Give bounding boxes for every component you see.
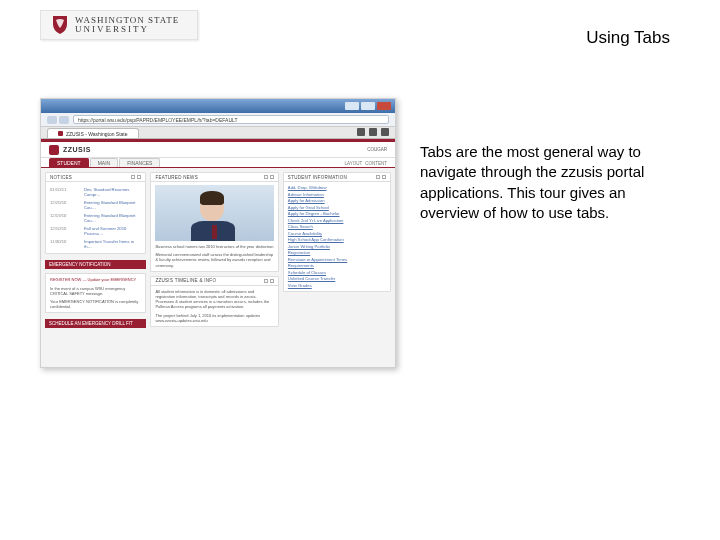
notice-row[interactable]: 12/20/10Entering Standard Blueprint Cou… — [50, 198, 141, 211]
link-item[interactable]: Check 2nd Yr Live Application — [288, 218, 386, 223]
emergency-footer: SCHEDULE AN EMERGENCY DRILL FIT — [45, 319, 146, 328]
favorites-icon[interactable] — [369, 128, 377, 136]
nav-tab-main[interactable]: MAIN — [90, 158, 119, 167]
browser-toolbar: https://portal.wsu.edu/psp/PAPRD/EMPLOYE… — [41, 113, 395, 127]
window-titlebar — [41, 99, 395, 113]
link-item[interactable]: Apply for Degree - Bachelor — [288, 211, 386, 216]
browser-tab-strip: ZZUSIS - Washington State — [41, 127, 395, 139]
timeline-title: ZZUSIS TIMELINE & INFO — [155, 278, 216, 283]
nav-tab-finances[interactable]: FINANCES — [119, 158, 160, 167]
news-panel: FEATURED NEWS Business school names two … — [150, 172, 278, 272]
panel-close-icon[interactable] — [270, 175, 274, 179]
news-photo — [155, 185, 273, 241]
address-bar[interactable]: https://portal.wsu.edu/psp/PAPRD/EMPLOYE… — [73, 115, 389, 124]
panel-min-icon[interactable] — [264, 279, 268, 283]
slide-description: Tabs are the most general way to navigat… — [420, 98, 670, 223]
notice-row[interactable]: 11/30/10Important Transfer Items in th… — [50, 237, 141, 250]
favicon-icon — [58, 131, 63, 136]
shield-icon — [51, 15, 69, 35]
browser-tab[interactable]: ZZUSIS - Washington State — [47, 128, 139, 138]
content-link[interactable]: CONTENT — [365, 161, 387, 166]
link-item[interactable]: Requirements — [288, 263, 386, 268]
university-name: WASHINGTON STATE UNIVERSITY — [75, 16, 179, 34]
link-item[interactable]: View Grades — [288, 283, 386, 288]
brand-shield-icon — [49, 145, 59, 155]
timeline-panel: ZZUSIS TIMELINE & INFO All student infor… — [150, 276, 278, 327]
link-item[interactable]: Advisor Information — [288, 192, 386, 197]
close-icon[interactable] — [377, 102, 391, 110]
emergency-heading: EMERGENCY NOTIFICATION — [45, 260, 146, 269]
link-item[interactable]: Unlinked Course Transfer — [288, 276, 386, 281]
link-item[interactable]: Add, Drop, Withdraw — [288, 185, 386, 190]
portal-header: ZZUSIS COUGAR — [41, 142, 395, 158]
notices-panel: NOTICES 01/10/11Dev, Standard Resumes Co… — [45, 172, 146, 254]
portal-brand: ZZUSIS — [63, 146, 91, 153]
portal-screenshot: https://portal.wsu.edu/psp/PAPRD/EMPLOYE… — [40, 98, 396, 368]
panel-min-icon[interactable] — [264, 175, 268, 179]
link-item[interactable]: Registration — [288, 250, 386, 255]
layout-link[interactable]: LAYOUT — [345, 161, 363, 166]
portal-nav: STUDENT MAIN FINANCES LAYOUT CONTENT — [41, 158, 395, 168]
forward-icon[interactable] — [59, 116, 69, 124]
panel-close-icon[interactable] — [270, 279, 274, 283]
timeline-note: The project behind July 1, 2010 its impl… — [155, 313, 273, 323]
notice-row[interactable]: 12/19/10Entering Standard Blueprint Cou… — [50, 211, 141, 224]
tools-icon[interactable] — [381, 128, 389, 136]
home-icon[interactable] — [357, 128, 365, 136]
notice-row[interactable]: 12/10/10Fall and Summer 2010 Process… — [50, 224, 141, 237]
studentinfo-title: STUDENT INFORMATION — [288, 175, 347, 180]
panel-close-icon[interactable] — [137, 175, 141, 179]
minimize-icon[interactable] — [345, 102, 359, 110]
link-item[interactable]: Class Search — [288, 224, 386, 229]
notice-row[interactable]: 01/10/11Dev, Standard Resumes Compr… — [50, 185, 141, 198]
nav-tab-student[interactable]: STUDENT — [49, 158, 89, 167]
link-item[interactable]: Schedule of Classes — [288, 270, 386, 275]
back-icon[interactable] — [47, 116, 57, 124]
link-item[interactable]: Course Availability — [288, 231, 386, 236]
maximize-icon[interactable] — [361, 102, 375, 110]
panel-min-icon[interactable] — [131, 175, 135, 179]
link-item[interactable]: Junior Writing Portfolio — [288, 244, 386, 249]
link-item[interactable]: Apply for Admission — [288, 198, 386, 203]
timeline-body: All student information is in domestic a… — [155, 289, 273, 310]
news-title: FEATURED NEWS — [155, 175, 198, 180]
notices-title: NOTICES — [50, 175, 72, 180]
slide-title: Using Tabs — [586, 10, 670, 48]
news-body: Memorial commemorated staff across the d… — [155, 252, 273, 268]
studentinfo-panel: STUDENT INFORMATION Add, Drop, Withdraw … — [283, 172, 391, 292]
link-item[interactable]: Apply for Grad School — [288, 205, 386, 210]
tab-label: ZZUSIS - Washington State — [66, 129, 128, 139]
emergency-body: REGISTER NOW — Update your EMERGENCY In … — [45, 273, 146, 313]
studentinfo-links: Add, Drop, Withdraw Advisor Information … — [284, 182, 390, 291]
link-item[interactable]: Reinstate or Appointment Times — [288, 257, 386, 262]
news-caption: Business school names two 2010 Instructo… — [155, 244, 273, 249]
university-logo: WASHINGTON STATE UNIVERSITY — [40, 10, 198, 40]
user-label: COUGAR — [367, 147, 387, 152]
link-item[interactable]: High School App Confirmation — [288, 237, 386, 242]
panel-close-icon[interactable] — [382, 175, 386, 179]
panel-min-icon[interactable] — [376, 175, 380, 179]
